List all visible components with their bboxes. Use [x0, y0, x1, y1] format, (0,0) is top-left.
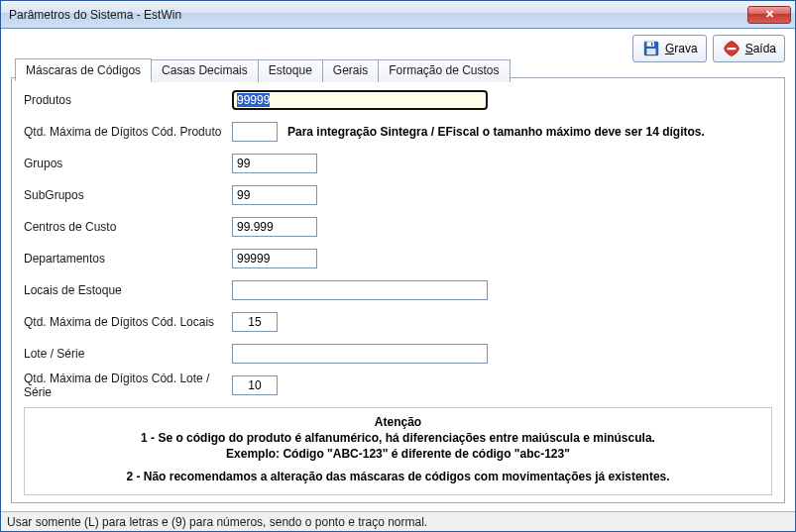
- qtd-max-locais-input[interactable]: [232, 312, 278, 332]
- attention-title: Atenção: [35, 414, 761, 430]
- locais-estoque-label: Locais de Estoque: [24, 283, 232, 297]
- grupos-input[interactable]: [232, 154, 317, 173]
- exit-button-accel: S: [745, 42, 753, 55]
- window-titlebar: Parâmetros do Sistema - EstWin ✕: [1, 1, 795, 29]
- qtd-max-produto-hint: Para integração Sintegra / EFiscal o tam…: [287, 125, 705, 139]
- exit-button[interactable]: Saída: [713, 35, 785, 62]
- close-icon: ✕: [765, 8, 774, 21]
- svg-rect-2: [646, 49, 655, 54]
- centros-custo-input[interactable]: [232, 217, 317, 237]
- centros-custo-label: Centros de Custo: [24, 220, 232, 234]
- svg-rect-5: [727, 48, 736, 50]
- lote-serie-label: Lote / Série: [24, 347, 232, 361]
- produtos-label: Produtos: [24, 93, 232, 107]
- svg-rect-3: [651, 43, 653, 46]
- locais-estoque-input[interactable]: [232, 280, 488, 300]
- qtd-max-locais-label: Qtd. Máxima de Dígitos Cód. Locais: [24, 315, 232, 329]
- statusbar: Usar somente (L) para letras e (9) para …: [1, 511, 795, 531]
- qtd-max-lote-input[interactable]: [232, 375, 278, 395]
- exit-button-label: aída: [753, 42, 776, 55]
- tab-formacao-custos[interactable]: Formação de Custos: [378, 59, 510, 82]
- attention-line2: Exemplo: Código "ABC-123" é diferente de…: [35, 446, 761, 462]
- save-button[interactable]: Grava: [632, 35, 707, 62]
- tab-panel: Produtos Qtd. Máxima de Dígitos Cód. Pro…: [11, 77, 785, 503]
- statusbar-text: Usar somente (L) para letras e (9) para …: [7, 515, 427, 529]
- qtd-max-produto-input[interactable]: [232, 122, 278, 142]
- produtos-input[interactable]: [232, 90, 488, 110]
- subgrupos-label: SubGrupos: [24, 188, 232, 202]
- window-title: Parâmetros do Sistema - EstWin: [9, 8, 747, 22]
- attention-line1: 1 - Se o código do produto é alfanuméric…: [35, 430, 761, 446]
- tabstrip: Máscaras de Códigos Casas Decimais Estoq…: [15, 58, 510, 81]
- tab-gerais[interactable]: Gerais: [322, 59, 379, 82]
- attention-box: Atenção 1 - Se o código do produto é alf…: [24, 407, 772, 495]
- attention-line3: 2 - Não recomendamos a alteração das más…: [35, 469, 761, 484]
- exit-icon: [722, 39, 741, 58]
- save-button-accel: G: [665, 42, 674, 55]
- tab-casas-decimais[interactable]: Casas Decimais: [151, 59, 259, 82]
- grupos-label: Grupos: [24, 157, 232, 170]
- subgrupos-input[interactable]: [232, 185, 317, 205]
- qtd-max-produto-label: Qtd. Máxima de Dígitos Cód. Produto: [24, 125, 232, 139]
- window-close-button[interactable]: ✕: [747, 6, 791, 24]
- tab-estoque[interactable]: Estoque: [258, 59, 323, 82]
- save-button-label: rava: [674, 42, 697, 55]
- svg-rect-1: [646, 42, 654, 47]
- departamentos-label: Departamentos: [24, 252, 232, 266]
- save-icon: [641, 39, 661, 58]
- tab-mascaras-codigos[interactable]: Máscaras de Códigos: [15, 58, 152, 81]
- qtd-max-lote-label: Qtd. Máxima de Dígitos Cód. Lote / Série: [24, 372, 232, 399]
- departamentos-input[interactable]: [232, 249, 317, 268]
- lote-serie-input[interactable]: [232, 344, 488, 364]
